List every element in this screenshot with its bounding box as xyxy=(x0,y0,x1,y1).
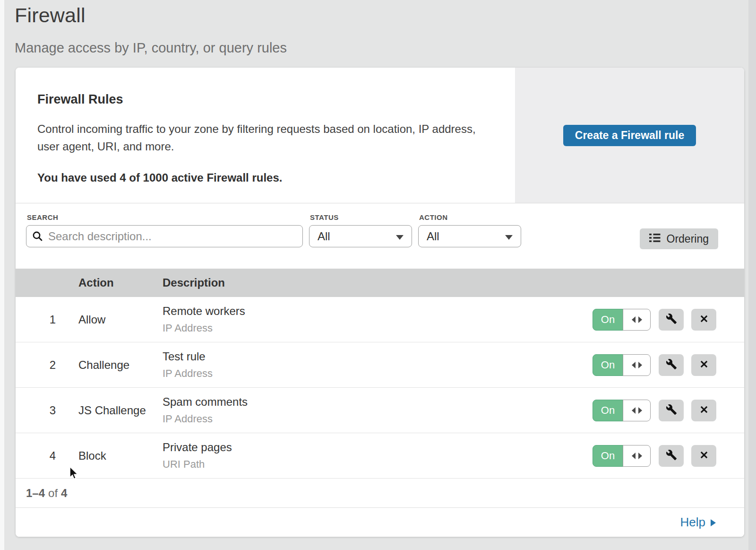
create-firewall-rule-button[interactable]: Create a Firewall rule xyxy=(563,125,696,146)
page-header: Firewall Manage access by IP, country, o… xyxy=(15,4,287,56)
rule-number: 1 xyxy=(16,313,56,326)
rule-number: 4 xyxy=(16,449,56,463)
rule-description: Remote workers xyxy=(163,305,592,318)
rule-action: Block xyxy=(78,449,163,463)
toggle-handle-icon xyxy=(623,309,651,331)
toggle-on-label: On xyxy=(593,400,623,421)
help-link[interactable]: Help xyxy=(680,515,716,530)
search-label: SEARCH xyxy=(27,213,303,221)
status-select[interactable]: All xyxy=(309,225,412,247)
rule-description: Spam comments xyxy=(163,395,592,409)
action-selected-value: All xyxy=(427,230,439,243)
rule-toggle[interactable]: On xyxy=(593,354,651,376)
overview-description: Control incoming traffic to your zone by… xyxy=(37,120,491,155)
overview-heading: Firewall Rules xyxy=(37,92,493,107)
table-row: 1 Allow Remote workers IP Address On xyxy=(16,297,744,342)
pagination-of: of xyxy=(48,487,58,500)
column-action: Action xyxy=(78,276,163,289)
rule-description-cell: Spam comments IP Address xyxy=(163,395,592,425)
rule-match-type: URI Path xyxy=(163,458,592,471)
rule-description: Test rule xyxy=(163,350,592,363)
pagination-total: 4 xyxy=(61,487,67,500)
rule-match-type: IP Address xyxy=(163,367,592,380)
rule-controls: On xyxy=(592,354,744,376)
rule-description-cell: Remote workers IP Address xyxy=(163,305,592,334)
edit-rule-button[interactable] xyxy=(659,354,684,376)
rule-description-cell: Test rule IP Address xyxy=(163,350,592,380)
rule-toggle[interactable]: On xyxy=(593,400,651,421)
action-label: ACTION xyxy=(419,213,521,221)
usage-note: You have used 4 of 1000 active Firewall … xyxy=(37,171,493,184)
close-icon xyxy=(699,314,709,325)
page-title: Firewall xyxy=(15,4,287,27)
ordering-button[interactable]: Ordering xyxy=(640,228,718,249)
firewall-rules-card: Firewall Rules Control incoming traffic … xyxy=(16,68,744,537)
rule-number: 3 xyxy=(16,404,56,417)
close-icon xyxy=(699,359,709,371)
edit-rule-button[interactable] xyxy=(659,400,684,421)
toggle-handle-icon xyxy=(623,354,651,376)
pagination: 1–4 of 4 xyxy=(16,479,744,508)
overview-text: Firewall Rules Control incoming traffic … xyxy=(16,68,515,203)
rule-action: JS Challenge xyxy=(78,404,163,417)
wrench-icon xyxy=(666,449,677,462)
ordering-list-icon xyxy=(649,233,661,245)
delete-rule-button[interactable] xyxy=(691,354,716,376)
window-right-edge xyxy=(748,0,756,550)
action-select[interactable]: All xyxy=(418,225,521,247)
rule-action: Allow xyxy=(78,313,163,326)
rule-toggle[interactable]: On xyxy=(593,445,651,467)
delete-rule-button[interactable] xyxy=(691,400,716,421)
close-icon xyxy=(699,450,709,462)
table-row: 4 Block Private pages URI Path On xyxy=(16,433,744,479)
rule-controls: On xyxy=(592,400,744,421)
close-icon xyxy=(699,404,709,416)
create-rule-panel: Create a Firewall rule xyxy=(515,68,744,203)
search-filter-group: SEARCH xyxy=(26,213,303,247)
toggle-handle-icon xyxy=(623,445,651,467)
help-label: Help xyxy=(680,515,705,530)
toggle-on-label: On xyxy=(593,354,623,376)
pagination-range: 1–4 xyxy=(26,487,45,500)
search-icon xyxy=(32,231,43,244)
column-description: Description xyxy=(163,276,592,289)
overview-section: Firewall Rules Control incoming traffic … xyxy=(16,68,744,203)
toggle-on-label: On xyxy=(593,309,623,331)
action-filter-group: ACTION All xyxy=(418,213,521,247)
rule-description-cell: Private pages URI Path xyxy=(163,441,592,471)
rule-controls: On xyxy=(592,445,744,467)
edit-rule-button[interactable] xyxy=(659,445,684,467)
wrench-icon xyxy=(666,313,677,326)
help-arrow-icon xyxy=(711,515,716,530)
table-header: Action Description xyxy=(16,269,744,297)
delete-rule-button[interactable] xyxy=(691,445,716,467)
window-left-edge xyxy=(0,0,4,550)
status-filter-group: STATUS All xyxy=(309,213,412,247)
mouse-cursor xyxy=(67,465,79,483)
status-selected-value: All xyxy=(318,230,330,243)
toggle-on-label: On xyxy=(593,445,623,467)
ordering-label: Ordering xyxy=(667,233,709,245)
edit-rule-button[interactable] xyxy=(659,309,684,331)
search-input[interactable] xyxy=(26,225,303,247)
rule-controls: On xyxy=(592,309,744,331)
wrench-icon xyxy=(666,404,677,417)
card-footer: Help xyxy=(16,508,744,537)
chevron-down-icon xyxy=(396,230,404,243)
rule-match-type: IP Address xyxy=(163,413,592,425)
wrench-icon xyxy=(666,358,677,371)
page-subtitle: Manage access by IP, country, or query r… xyxy=(15,40,287,56)
delete-rule-button[interactable] xyxy=(691,309,716,331)
table-row: 3 JS Challenge Spam comments IP Address … xyxy=(16,388,744,433)
rule-action: Challenge xyxy=(78,358,163,372)
filter-bar: SEARCH STATUS All ACTION All xyxy=(16,203,744,269)
rule-match-type: IP Address xyxy=(163,322,592,334)
toggle-handle-icon xyxy=(623,400,651,421)
table-row: 2 Challenge Test rule IP Address On xyxy=(16,342,744,388)
rule-description: Private pages xyxy=(163,441,592,454)
search-box xyxy=(26,225,303,247)
rule-toggle[interactable]: On xyxy=(593,309,651,331)
status-label: STATUS xyxy=(310,213,412,221)
rule-number: 2 xyxy=(16,358,56,372)
chevron-down-icon xyxy=(505,230,513,243)
